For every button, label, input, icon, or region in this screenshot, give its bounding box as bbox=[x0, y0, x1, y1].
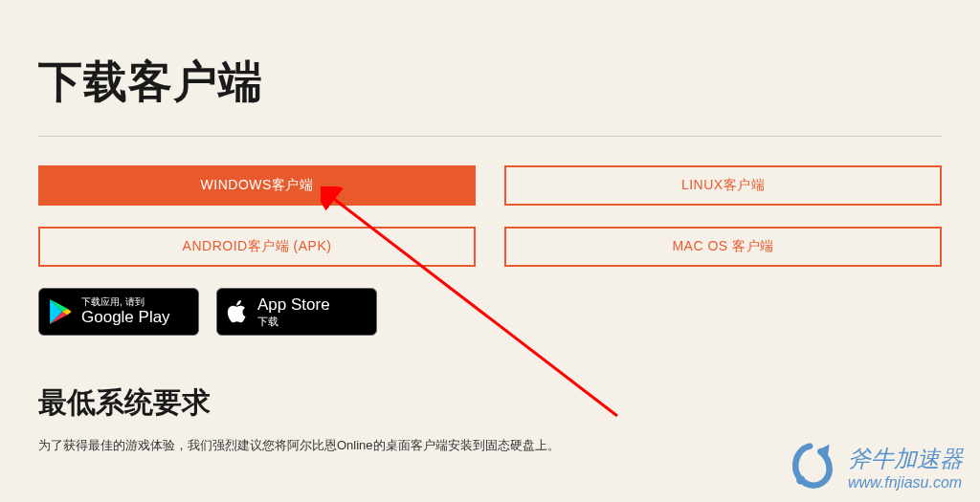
download-grid: WINDOWS客户端 LINUX客户端 ANDROID客户端 (APK) MAC… bbox=[38, 165, 942, 267]
watermark-title: 斧牛加速器 bbox=[848, 444, 963, 474]
apple-icon bbox=[227, 298, 250, 325]
windows-download-button[interactable]: WINDOWS客户端 bbox=[38, 165, 476, 206]
app-store-top-text: App Store bbox=[257, 295, 330, 315]
linux-download-button[interactable]: LINUX客户端 bbox=[504, 165, 942, 206]
macos-download-button[interactable]: MAC OS 客户端 bbox=[504, 227, 942, 267]
sysreq-title: 最低系统要求 bbox=[38, 383, 942, 423]
svg-point-1 bbox=[796, 475, 805, 484]
android-download-button[interactable]: ANDROID客户端 (APK) bbox=[38, 227, 476, 267]
google-play-bottom-text: Google Play bbox=[81, 308, 170, 327]
watermark-url: www.fnjiasu.com bbox=[848, 474, 963, 491]
store-row: 下载应用, 请到 Google Play App Store 下载 bbox=[38, 288, 942, 336]
app-store-badge[interactable]: App Store 下载 bbox=[216, 288, 377, 336]
google-play-badge[interactable]: 下载应用, 请到 Google Play bbox=[38, 288, 199, 336]
google-play-icon bbox=[49, 298, 74, 325]
divider bbox=[38, 136, 942, 137]
app-store-bottom-text: 下载 bbox=[257, 316, 330, 328]
watermark-logo-icon bbox=[785, 441, 838, 494]
watermark: 斧牛加速器 www.fnjiasu.com bbox=[785, 441, 963, 494]
page-title: 下载客户端 bbox=[38, 53, 942, 112]
google-play-top-text: 下载应用, 请到 bbox=[81, 295, 170, 308]
